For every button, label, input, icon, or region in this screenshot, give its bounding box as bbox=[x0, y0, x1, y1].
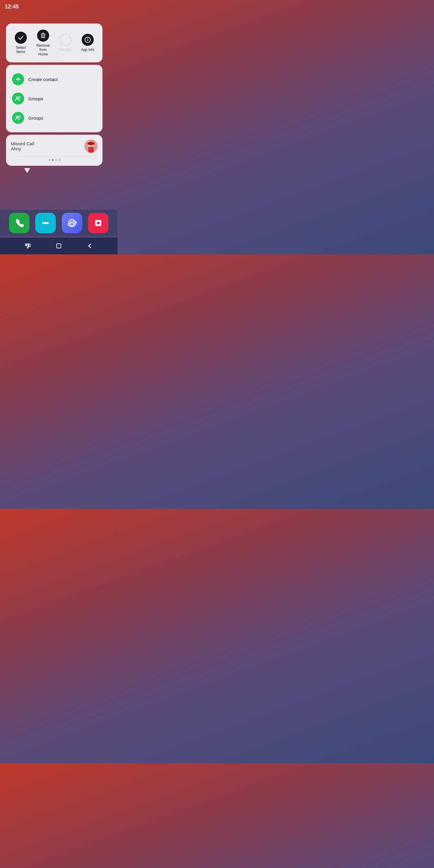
groups-2-label: Groups bbox=[28, 116, 43, 121]
nav-bar bbox=[0, 238, 118, 254]
svg-rect-8 bbox=[87, 39, 88, 41]
page-indicator bbox=[11, 156, 98, 161]
notification-panel: Missed Call Ahny bbox=[6, 135, 102, 166]
svg-rect-30 bbox=[25, 244, 27, 246]
groups-1-label: Groups bbox=[28, 96, 43, 101]
remove-from-home-button[interactable]: Remove from Home bbox=[33, 28, 53, 58]
svg-rect-3 bbox=[41, 35, 42, 38]
select-items-button[interactable]: Select Items bbox=[11, 30, 31, 56]
phone-app-icon[interactable] bbox=[9, 213, 30, 233]
svg-rect-18 bbox=[88, 147, 94, 153]
create-contact-icon bbox=[12, 73, 24, 85]
time-display: 12:45 bbox=[5, 4, 19, 10]
back-button[interactable] bbox=[82, 240, 98, 252]
svg-rect-6 bbox=[43, 35, 43, 38]
svg-point-9 bbox=[87, 38, 88, 39]
create-contact-shortcut[interactable]: Create contact bbox=[11, 70, 98, 89]
svg-point-21 bbox=[42, 222, 44, 224]
dot-2 bbox=[52, 159, 54, 161]
select-items-icon bbox=[15, 32, 27, 44]
remove-from-home-icon bbox=[37, 30, 49, 41]
svg-rect-31 bbox=[27, 244, 28, 248]
remove-from-home-label: Remove from Home bbox=[34, 43, 52, 56]
create-contact-label: Create contact bbox=[28, 77, 58, 82]
shortcuts-panel: Create contact Groups bbox=[6, 65, 102, 132]
notification-content: Missed Call Ahny bbox=[11, 140, 98, 153]
recents-button[interactable] bbox=[20, 240, 36, 252]
status-bar: 12:45 bbox=[0, 0, 118, 11]
disable-button[interactable]: Disable bbox=[56, 33, 75, 53]
dot-4 bbox=[59, 159, 60, 161]
browser-app-icon[interactable] bbox=[62, 213, 82, 233]
svg-rect-33 bbox=[57, 244, 61, 248]
notification-text: Missed Call Ahny bbox=[11, 141, 34, 151]
svg-point-15 bbox=[19, 116, 21, 118]
dot-1 bbox=[49, 159, 50, 161]
svg-point-29 bbox=[97, 221, 100, 224]
groups-1-shortcut[interactable]: Groups bbox=[11, 89, 98, 108]
avatar-image bbox=[84, 140, 98, 153]
groups-1-icon bbox=[12, 93, 24, 104]
select-items-label: Select Items bbox=[12, 45, 30, 54]
svg-point-20 bbox=[87, 143, 95, 145]
callout-tip bbox=[24, 168, 30, 173]
groups-2-icon bbox=[12, 112, 24, 124]
dot-3 bbox=[55, 159, 57, 161]
recorder-app-icon[interactable] bbox=[88, 213, 108, 233]
messages-app-icon[interactable] bbox=[35, 213, 56, 233]
svg-rect-1 bbox=[41, 34, 45, 34]
svg-rect-4 bbox=[44, 35, 45, 38]
disable-label: Disable bbox=[59, 48, 71, 52]
notification-subtitle: Ahny bbox=[11, 146, 34, 151]
dock bbox=[0, 210, 118, 236]
svg-point-23 bbox=[47, 222, 49, 224]
svg-point-12 bbox=[16, 97, 18, 98]
groups-2-shortcut[interactable]: Groups bbox=[11, 108, 98, 127]
svg-point-13 bbox=[19, 97, 21, 98]
contact-avatar bbox=[84, 140, 98, 153]
svg-point-22 bbox=[44, 222, 47, 224]
toolbar-panel: Select Items Remove from Home Disable bbox=[6, 24, 102, 62]
disable-icon bbox=[59, 34, 71, 46]
app-info-button[interactable]: App Info bbox=[78, 33, 98, 53]
svg-point-14 bbox=[16, 116, 18, 118]
app-info-icon bbox=[82, 34, 94, 46]
context-menu-container: Select Items Remove from Home Disable bbox=[6, 24, 102, 173]
svg-rect-2 bbox=[42, 33, 44, 33]
svg-rect-32 bbox=[29, 244, 30, 247]
home-button[interactable] bbox=[51, 240, 67, 252]
notification-title: Missed Call bbox=[11, 141, 34, 146]
app-info-label: App Info bbox=[81, 48, 95, 52]
